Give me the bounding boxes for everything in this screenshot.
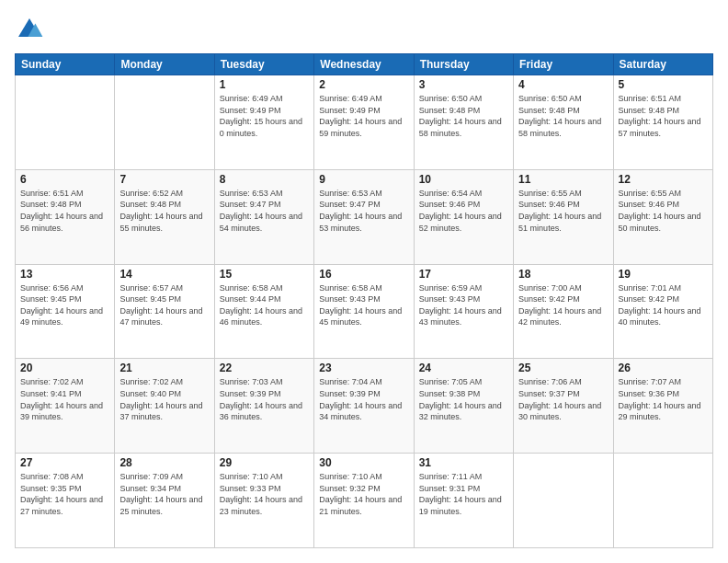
day-number-13: 13 [20, 268, 109, 281]
day-info-3: Sunrise: 6:50 AM Sunset: 9:48 PM Dayligh… [419, 93, 508, 139]
day-number-2: 2 [319, 78, 408, 91]
day-info-9: Sunrise: 6:53 AM Sunset: 9:47 PM Dayligh… [319, 188, 408, 234]
day-cell-15: 15Sunrise: 6:58 AM Sunset: 9:44 PM Dayli… [214, 264, 313, 359]
day-number-1: 1 [220, 78, 309, 91]
header [15, 15, 713, 44]
day-number-20: 20 [20, 362, 109, 374]
week-row-5: 27Sunrise: 7:08 AM Sunset: 9:35 PM Dayli… [16, 454, 713, 548]
day-number-21: 21 [119, 362, 209, 374]
day-info-28: Sunrise: 7:09 AM Sunset: 9:34 PM Dayligh… [119, 471, 209, 517]
day-info-10: Sunrise: 6:54 AM Sunset: 9:46 PM Dayligh… [419, 188, 508, 234]
day-cell-1: 1Sunrise: 6:49 AM Sunset: 9:49 PM Daylig… [214, 75, 313, 170]
day-number-23: 23 [319, 362, 408, 374]
day-info-24: Sunrise: 7:05 AM Sunset: 9:38 PM Dayligh… [419, 376, 508, 422]
day-number-12: 12 [619, 173, 708, 186]
day-cell-11: 11Sunrise: 6:55 AM Sunset: 9:46 PM Dayli… [514, 169, 613, 264]
day-info-8: Sunrise: 6:53 AM Sunset: 9:47 PM Dayligh… [220, 188, 309, 234]
day-cell-18: 18Sunrise: 7:00 AM Sunset: 9:42 PM Dayli… [514, 264, 613, 359]
day-info-18: Sunrise: 7:00 AM Sunset: 9:42 PM Dayligh… [518, 282, 608, 328]
weekday-header-thursday: Thursday [414, 54, 513, 75]
empty-cell [115, 75, 214, 170]
day-info-6: Sunrise: 6:51 AM Sunset: 9:48 PM Dayligh… [20, 188, 109, 234]
day-number-28: 28 [119, 456, 209, 469]
weekday-header-sunday: Sunday [16, 54, 115, 75]
day-info-2: Sunrise: 6:49 AM Sunset: 9:49 PM Dayligh… [319, 93, 408, 139]
day-info-16: Sunrise: 6:58 AM Sunset: 9:43 PM Dayligh… [319, 282, 408, 328]
day-number-29: 29 [220, 456, 309, 469]
day-cell-13: 13Sunrise: 6:56 AM Sunset: 9:45 PM Dayli… [16, 264, 115, 359]
day-info-25: Sunrise: 7:06 AM Sunset: 9:37 PM Dayligh… [518, 376, 608, 422]
day-cell-25: 25Sunrise: 7:06 AM Sunset: 9:37 PM Dayli… [514, 359, 613, 454]
day-info-14: Sunrise: 6:57 AM Sunset: 9:45 PM Dayligh… [119, 282, 209, 328]
day-number-15: 15 [220, 268, 309, 281]
day-info-4: Sunrise: 6:50 AM Sunset: 9:48 PM Dayligh… [518, 93, 608, 139]
day-cell-26: 26Sunrise: 7:07 AM Sunset: 9:36 PM Dayli… [613, 359, 712, 454]
day-info-23: Sunrise: 7:04 AM Sunset: 9:39 PM Dayligh… [319, 376, 408, 422]
day-cell-6: 6Sunrise: 6:51 AM Sunset: 9:48 PM Daylig… [16, 169, 115, 264]
weekday-header-row: SundayMondayTuesdayWednesdayThursdayFrid… [16, 54, 713, 75]
day-cell-30: 30Sunrise: 7:10 AM Sunset: 9:32 PM Dayli… [314, 454, 414, 548]
day-info-22: Sunrise: 7:03 AM Sunset: 9:39 PM Dayligh… [220, 376, 309, 422]
weekday-header-saturday: Saturday [613, 54, 712, 75]
day-number-7: 7 [119, 173, 209, 186]
day-number-14: 14 [119, 268, 209, 281]
empty-cell [16, 75, 115, 170]
day-cell-21: 21Sunrise: 7:02 AM Sunset: 9:40 PM Dayli… [115, 359, 214, 454]
weekday-header-wednesday: Wednesday [314, 54, 414, 75]
day-number-9: 9 [319, 173, 408, 186]
day-cell-9: 9Sunrise: 6:53 AM Sunset: 9:47 PM Daylig… [314, 169, 414, 264]
day-cell-28: 28Sunrise: 7:09 AM Sunset: 9:34 PM Dayli… [115, 454, 214, 548]
day-number-26: 26 [619, 362, 708, 374]
day-cell-17: 17Sunrise: 6:59 AM Sunset: 9:43 PM Dayli… [414, 264, 513, 359]
week-row-1: 1Sunrise: 6:49 AM Sunset: 9:49 PM Daylig… [16, 75, 713, 170]
day-number-3: 3 [419, 78, 508, 91]
day-cell-8: 8Sunrise: 6:53 AM Sunset: 9:47 PM Daylig… [214, 169, 313, 264]
week-row-3: 13Sunrise: 6:56 AM Sunset: 9:45 PM Dayli… [16, 264, 713, 359]
calendar-table: SundayMondayTuesdayWednesdayThursdayFrid… [15, 53, 713, 548]
day-info-21: Sunrise: 7:02 AM Sunset: 9:40 PM Dayligh… [119, 376, 209, 422]
weekday-header-monday: Monday [115, 54, 214, 75]
empty-cell [514, 454, 613, 548]
day-number-16: 16 [319, 268, 408, 281]
day-info-26: Sunrise: 7:07 AM Sunset: 9:36 PM Dayligh… [619, 376, 708, 422]
day-cell-29: 29Sunrise: 7:10 AM Sunset: 9:33 PM Dayli… [214, 454, 313, 548]
day-cell-20: 20Sunrise: 7:02 AM Sunset: 9:41 PM Dayli… [16, 359, 115, 454]
day-cell-31: 31Sunrise: 7:11 AM Sunset: 9:31 PM Dayli… [414, 454, 513, 548]
day-cell-27: 27Sunrise: 7:08 AM Sunset: 9:35 PM Dayli… [16, 454, 115, 548]
day-number-8: 8 [220, 173, 309, 186]
day-info-1: Sunrise: 6:49 AM Sunset: 9:49 PM Dayligh… [220, 93, 309, 139]
logo [15, 15, 48, 44]
day-cell-2: 2Sunrise: 6:49 AM Sunset: 9:49 PM Daylig… [314, 75, 414, 170]
day-info-15: Sunrise: 6:58 AM Sunset: 9:44 PM Dayligh… [220, 282, 309, 328]
day-cell-12: 12Sunrise: 6:55 AM Sunset: 9:46 PM Dayli… [613, 169, 712, 264]
day-cell-24: 24Sunrise: 7:05 AM Sunset: 9:38 PM Dayli… [414, 359, 513, 454]
day-cell-19: 19Sunrise: 7:01 AM Sunset: 9:42 PM Dayli… [613, 264, 712, 359]
day-info-7: Sunrise: 6:52 AM Sunset: 9:48 PM Dayligh… [119, 188, 209, 234]
weekday-header-friday: Friday [514, 54, 613, 75]
day-number-19: 19 [619, 268, 708, 281]
day-cell-23: 23Sunrise: 7:04 AM Sunset: 9:39 PM Dayli… [314, 359, 414, 454]
day-cell-14: 14Sunrise: 6:57 AM Sunset: 9:45 PM Dayli… [115, 264, 214, 359]
day-info-30: Sunrise: 7:10 AM Sunset: 9:32 PM Dayligh… [319, 471, 408, 517]
day-cell-4: 4Sunrise: 6:50 AM Sunset: 9:48 PM Daylig… [514, 75, 613, 170]
day-info-17: Sunrise: 6:59 AM Sunset: 9:43 PM Dayligh… [419, 282, 508, 328]
day-info-29: Sunrise: 7:10 AM Sunset: 9:33 PM Dayligh… [220, 471, 309, 517]
day-number-17: 17 [419, 268, 508, 281]
day-number-10: 10 [419, 173, 508, 186]
day-cell-3: 3Sunrise: 6:50 AM Sunset: 9:48 PM Daylig… [414, 75, 513, 170]
day-number-27: 27 [20, 456, 109, 469]
weekday-header-tuesday: Tuesday [214, 54, 313, 75]
day-cell-7: 7Sunrise: 6:52 AM Sunset: 9:48 PM Daylig… [115, 169, 214, 264]
week-row-2: 6Sunrise: 6:51 AM Sunset: 9:48 PM Daylig… [16, 169, 713, 264]
day-number-25: 25 [518, 362, 608, 374]
day-number-31: 31 [419, 456, 508, 469]
day-info-5: Sunrise: 6:51 AM Sunset: 9:48 PM Dayligh… [619, 93, 708, 139]
day-number-22: 22 [220, 362, 309, 374]
day-info-12: Sunrise: 6:55 AM Sunset: 9:46 PM Dayligh… [619, 188, 708, 234]
day-number-18: 18 [518, 268, 608, 281]
page: SundayMondayTuesdayWednesdayThursdayFrid… [0, 0, 728, 563]
logo-icon [15, 15, 44, 44]
day-info-27: Sunrise: 7:08 AM Sunset: 9:35 PM Dayligh… [20, 471, 109, 517]
day-number-5: 5 [619, 78, 708, 91]
day-number-30: 30 [319, 456, 408, 469]
